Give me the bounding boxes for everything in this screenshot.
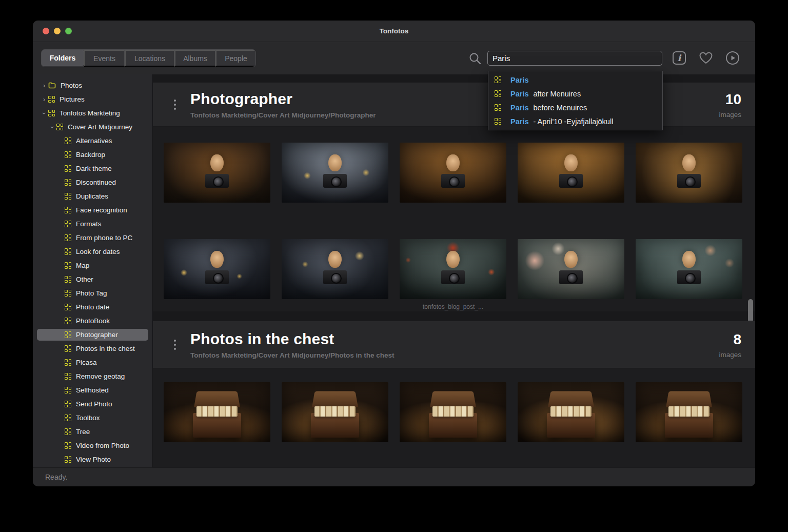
- album-grid-icon: [65, 262, 71, 269]
- search-suggestion[interactable]: Paris after Menuires: [488, 87, 662, 101]
- face-shape: [446, 251, 460, 268]
- sidebar-item-discontinued[interactable]: Discontinued: [33, 175, 152, 189]
- close-window-button[interactable]: [43, 28, 49, 34]
- sidebar-item-remove-geotag[interactable]: Remove geotag: [33, 369, 152, 383]
- photo-thumbnail-boy-top-hat-monocle-camera[interactable]: [282, 239, 388, 299]
- album-grid-icon: [65, 345, 71, 352]
- sidebar-item-selfhosted[interactable]: Selfhosted: [33, 383, 152, 397]
- sidebar-item-photos-in-the-chest[interactable]: Photos in the chest: [33, 342, 152, 356]
- album-grid-icon: [65, 234, 71, 241]
- status-bar: Ready.: [33, 467, 755, 486]
- sidebar-item-formats[interactable]: Formats: [33, 217, 152, 231]
- minimize-window-button[interactable]: [54, 28, 61, 34]
- info-button[interactable]: i: [672, 50, 687, 66]
- section-header-photos-in-the-chest: Photos in the chestTonfotos Markteting/C…: [153, 321, 755, 368]
- sidebar-item-tree[interactable]: Tree: [33, 425, 152, 439]
- favorites-button[interactable]: [698, 50, 714, 66]
- search-input[interactable]: [487, 51, 662, 66]
- sidebar-item-video-from-photo[interactable]: Video from Photo: [33, 439, 152, 452]
- photo-thumbnail-cell: [164, 143, 270, 203]
- photo-thumbnail-veiled-woman-with-camera[interactable]: [400, 143, 506, 203]
- chevron-expanded-icon[interactable]: ›: [41, 109, 47, 117]
- section-breadcrumb: Tonfotos Markteting/Cover Art Midjourney…: [190, 111, 376, 119]
- photo-thumbnail-boy-top-hat-steampunk-camera[interactable]: [164, 239, 270, 299]
- photo-thumbnail-open-trunk-full-of-photos[interactable]: [164, 382, 270, 442]
- zoom-window-button[interactable]: [65, 28, 72, 34]
- sidebar-item-label: Face recognition: [76, 206, 127, 214]
- search-suggestion[interactable]: Paris - April'10 -Eyjafjallajökull: [488, 114, 662, 128]
- album-grid-icon: [495, 118, 501, 125]
- tab-albums[interactable]: Albums: [174, 50, 215, 67]
- tab-people[interactable]: People: [215, 50, 255, 67]
- face-shape: [682, 154, 696, 171]
- status-text: Ready.: [45, 473, 67, 481]
- album-grid-icon: [48, 110, 55, 116]
- photo-thumbnail-veiled-woman-golden-glow-camera[interactable]: [636, 143, 742, 203]
- tab-events[interactable]: Events: [84, 50, 125, 67]
- sidebar-item-look-for-dates[interactable]: Look for dates: [33, 245, 152, 259]
- photo-thumbnail-woman-headdress-with-camera[interactable]: [518, 143, 624, 203]
- face-shape: [210, 154, 224, 171]
- sidebar-item-photo-tag[interactable]: Photo Tag: [33, 286, 152, 300]
- sidebar-item-photos[interactable]: ›Photos: [33, 78, 152, 92]
- sidebar-item-tonfotos-markteting[interactable]: ›Tonfotos Markteting: [33, 106, 152, 120]
- album-grid-icon: [65, 276, 71, 283]
- photo-thumbnail-open-chest-with-photographs[interactable]: [282, 382, 388, 442]
- tab-folders[interactable]: Folders: [41, 49, 84, 66]
- sidebar-item-label: Duplicates: [76, 192, 108, 200]
- section-title: Photographer: [190, 90, 376, 108]
- tab-locations[interactable]: Locations: [125, 50, 174, 67]
- photo-thumbnail-woman-rose-hat-with-camera[interactable]: [518, 239, 624, 299]
- photo-thumbnail-trunk-with-photos-and-camera[interactable]: [636, 382, 742, 442]
- photo-thumbnail-woman-ornate-headdress-with-camera[interactable]: [164, 143, 270, 203]
- sidebar-item-pictures[interactable]: ›Pictures: [33, 92, 152, 106]
- sidebar-item-map[interactable]: Map: [33, 259, 152, 272]
- photo-thumbnail-cell: [400, 143, 506, 203]
- info-icon: i: [673, 51, 686, 65]
- chevron-expanded-icon[interactable]: ›: [49, 123, 55, 131]
- photo-thumbnail-cell: [164, 239, 270, 310]
- sidebar-item-label: Photos: [61, 82, 82, 89]
- sidebar-item-face-recognition[interactable]: Face recognition: [33, 203, 152, 217]
- sidebar-item-photo-date[interactable]: Photo date: [33, 300, 152, 314]
- photo-thumbnail-man-top-hat-with-camera[interactable]: [282, 143, 388, 203]
- divider: [153, 311, 755, 321]
- photo-thumbnail-open-chest-spotlight-photos[interactable]: [400, 382, 506, 442]
- sidebar-item-other[interactable]: Other: [33, 272, 152, 286]
- trunk-shape: [311, 413, 359, 438]
- slideshow-button[interactable]: [725, 50, 740, 66]
- camera-shape: [677, 174, 701, 188]
- photo-thumbnail-chest-with-photo-stacks[interactable]: [518, 382, 624, 442]
- section-menu-button[interactable]: [171, 96, 179, 113]
- search-suggestion[interactable]: Paris: [488, 73, 662, 87]
- chevron-collapsed-icon[interactable]: ›: [40, 96, 48, 103]
- camera-shape: [205, 174, 229, 188]
- photo-thumbnail-cell: [518, 239, 624, 310]
- trunk-shape: [665, 413, 713, 438]
- sidebar-item-cover-art-midjourney[interactable]: ›Cover Art Midjourney: [33, 120, 152, 134]
- suggestion-match: Paris: [510, 90, 528, 98]
- suggestion-rest: after Menuires: [533, 90, 581, 98]
- sidebar-item-toolbox[interactable]: Toolbox: [33, 411, 152, 425]
- photo-thumbnail-woman-flower-hat-teal-camera[interactable]: [636, 239, 742, 299]
- sidebar-item-duplicates[interactable]: Duplicates: [33, 189, 152, 203]
- sidebar-item-picasa[interactable]: Picasa: [33, 356, 152, 369]
- sidebar-item-photobook[interactable]: PhotoBook: [33, 314, 152, 328]
- sidebar-item-label: PhotoBook: [76, 317, 110, 325]
- sidebar-item-dark-theme[interactable]: Dark theme: [33, 162, 152, 175]
- sidebar-item-send-photo[interactable]: Send Photo: [33, 397, 152, 411]
- sidebar-item-view-photo[interactable]: View Photo: [33, 452, 152, 466]
- album-grid-icon: [65, 318, 71, 324]
- search-suggestion[interactable]: Paris before Menuires: [488, 101, 662, 114]
- section-menu-button[interactable]: [171, 336, 179, 353]
- photo-thumbnail-girl-red-beret-underwater-camera[interactable]: [400, 239, 506, 299]
- sidebar-item-backdrop[interactable]: Backdrop: [33, 148, 152, 162]
- photo-thumbnail-cell: [518, 382, 624, 442]
- album-grid-icon: [65, 415, 71, 421]
- sidebar-item-photographer[interactable]: Photographer: [33, 328, 152, 342]
- sidebar-item-from-phone-to-pc[interactable]: From phone to PC: [33, 231, 152, 245]
- sidebar-item-label: Look for dates: [76, 248, 120, 255]
- folder-icon: [48, 82, 56, 89]
- chevron-collapsed-icon[interactable]: ›: [40, 83, 48, 89]
- sidebar-item-alternatives[interactable]: Alternatives: [33, 134, 152, 148]
